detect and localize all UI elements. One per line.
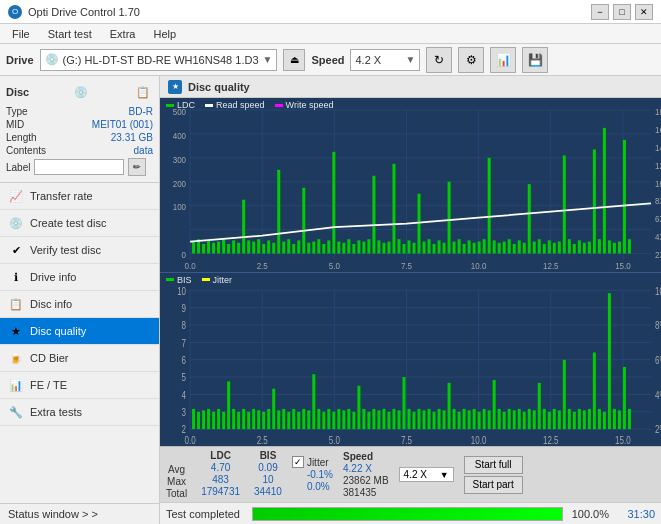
disc-section-title: Disc <box>6 86 29 98</box>
close-button[interactable]: ✕ <box>635 4 653 20</box>
svg-rect-80 <box>407 240 410 253</box>
jitter-checkbox-row: ✓ Jitter <box>292 456 333 468</box>
jitter-avg: -0.1% <box>292 469 333 480</box>
label-label: Label <box>6 162 30 173</box>
svg-rect-42 <box>217 242 220 254</box>
speed-dropdown-arrow: ▼ <box>406 54 416 65</box>
jitter-checkbox[interactable]: ✓ <box>292 456 304 468</box>
ldc-total: 1794731 <box>201 486 240 497</box>
svg-rect-205 <box>402 377 405 429</box>
svg-rect-110 <box>558 242 561 254</box>
write-speed-legend-label: Write speed <box>286 100 334 110</box>
svg-rect-41 <box>212 243 215 254</box>
svg-rect-48 <box>247 240 250 253</box>
svg-rect-49 <box>252 242 255 254</box>
svg-rect-52 <box>267 240 270 253</box>
menu-file[interactable]: File <box>4 26 38 42</box>
svg-rect-184 <box>297 411 300 428</box>
settings-button[interactable]: ⚙ <box>458 47 484 73</box>
speed-label: Speed <box>311 54 344 66</box>
svg-rect-209 <box>423 410 426 429</box>
svg-rect-183 <box>292 408 295 428</box>
refresh-button[interactable]: ↻ <box>426 47 452 73</box>
svg-text:18X: 18X <box>655 106 661 117</box>
progress-percent: 100.0% <box>569 508 609 520</box>
disc-label-edit-button[interactable]: ✏ <box>128 158 146 176</box>
mid-label: MID <box>6 119 24 130</box>
graph-button[interactable]: 📊 <box>490 47 516 73</box>
status-window-button[interactable]: Status window > > <box>0 503 159 524</box>
maximize-button[interactable]: □ <box>613 4 631 20</box>
svg-rect-108 <box>548 240 551 253</box>
jitter-legend-color <box>202 278 210 281</box>
svg-rect-204 <box>397 410 400 429</box>
svg-rect-197 <box>362 408 365 428</box>
sidebar-item-extra-tests[interactable]: 🔧 Extra tests <box>0 399 159 426</box>
menu-start-test[interactable]: Start test <box>40 26 100 42</box>
save-button[interactable]: 💾 <box>522 47 548 73</box>
svg-text:15.0: 15.0 <box>615 260 631 271</box>
svg-rect-189 <box>322 411 325 428</box>
sidebar-item-drive-info[interactable]: ℹ Drive info <box>0 264 159 291</box>
svg-rect-216 <box>458 411 461 428</box>
speed-selector[interactable]: 4.2 X ▼ <box>350 49 420 71</box>
menu-help[interactable]: Help <box>145 26 184 42</box>
ldc-chart-legend: LDC Read speed Write speed <box>166 100 333 110</box>
bis-chart-container: BIS Jitter <box>160 273 661 447</box>
svg-text:8: 8 <box>182 318 187 331</box>
svg-rect-60 <box>307 243 310 254</box>
start-part-button[interactable]: Start part <box>464 476 523 494</box>
sidebar-item-label: FE / TE <box>30 379 67 391</box>
svg-rect-121 <box>613 243 616 254</box>
start-full-button[interactable]: Start full <box>464 456 523 474</box>
disc-label-input[interactable] <box>34 159 124 175</box>
sidebar-item-transfer-rate[interactable]: 📈 Transfer rate <box>0 183 159 210</box>
ldc-max: 483 <box>212 474 229 485</box>
svg-rect-240 <box>578 408 581 428</box>
type-value: BD-R <box>129 106 153 117</box>
control-buttons: Start full Start part <box>464 456 523 494</box>
charts-area: LDC Read speed Write speed <box>160 98 661 446</box>
svg-text:12.5: 12.5 <box>543 433 559 446</box>
samples-label: 381435 <box>343 487 389 498</box>
svg-rect-97 <box>493 240 496 253</box>
svg-rect-235 <box>553 408 556 428</box>
svg-rect-53 <box>272 243 275 254</box>
drive-selector[interactable]: 💿 (G:) HL-DT-ST BD-RE WH16NS48 1.D3 ▼ <box>40 49 278 71</box>
svg-rect-91 <box>463 244 466 254</box>
svg-rect-241 <box>583 410 586 429</box>
minimize-button[interactable]: − <box>591 4 609 20</box>
sidebar-item-label: Disc quality <box>30 325 86 337</box>
menu-extra[interactable]: Extra <box>102 26 144 42</box>
svg-rect-104 <box>528 184 531 253</box>
speed-dropdown[interactable]: 4.2 X ▼ <box>399 467 454 482</box>
svg-rect-192 <box>337 408 340 428</box>
svg-text:12.5: 12.5 <box>543 260 559 271</box>
bis-chart-svg: 10 9 8 7 6 5 4 3 2 10% 8% 6% 4% 2% 0.0 <box>160 273 661 447</box>
speed-dropdown-text: 4.2 X <box>404 469 440 480</box>
drive-dropdown-arrow: ▼ <box>263 54 273 65</box>
svg-text:7.5: 7.5 <box>401 433 413 446</box>
eject-button[interactable]: ⏏ <box>283 49 305 71</box>
speed-dropdown-section: 4.2 X ▼ <box>399 467 454 482</box>
sidebar-item-disc-info[interactable]: 📋 Disc info <box>0 291 159 318</box>
sidebar-item-create-test-disc[interactable]: 💿 Create test disc <box>0 210 159 237</box>
svg-text:400: 400 <box>173 130 186 141</box>
svg-text:6: 6 <box>182 353 187 366</box>
sidebar-item-verify-test-disc[interactable]: ✔ Verify test disc <box>0 237 159 264</box>
jitter-section: ✓ Jitter -0.1% 0.0% <box>292 456 333 493</box>
svg-rect-92 <box>468 240 471 253</box>
disc-info-icon: 📋 <box>8 296 24 312</box>
svg-rect-118 <box>598 239 601 253</box>
svg-text:10.0: 10.0 <box>471 433 487 446</box>
sidebar-item-disc-quality[interactable]: ★ Disc quality <box>0 318 159 345</box>
sidebar-item-cd-bier[interactable]: 🍺 CD Bier <box>0 345 159 372</box>
speed-text: 4.2 X <box>355 54 401 66</box>
svg-rect-56 <box>287 239 290 253</box>
svg-rect-181 <box>282 408 285 428</box>
sidebar-item-label: CD Bier <box>30 352 69 364</box>
disc-label-row: Label ✏ <box>6 158 153 176</box>
sidebar-item-fe-te[interactable]: 📊 FE / TE <box>0 372 159 399</box>
svg-rect-185 <box>302 408 305 428</box>
svg-rect-119 <box>603 128 606 254</box>
